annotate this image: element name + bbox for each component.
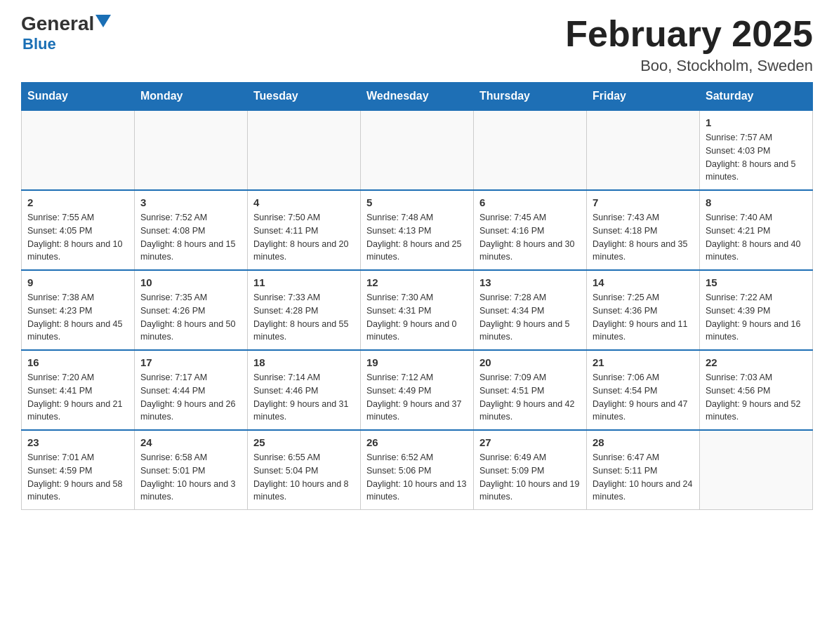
calendar-day-cell: 20Sunrise: 7:09 AM Sunset: 4:51 PM Dayli… (474, 350, 587, 430)
day-number: 25 (253, 436, 355, 448)
calendar-day-cell: 11Sunrise: 7:33 AM Sunset: 4:28 PM Dayli… (248, 270, 361, 350)
day-number: 14 (593, 276, 694, 288)
day-number: 2 (27, 196, 128, 208)
calendar-header-monday: Monday (135, 83, 248, 111)
logo-triangle-icon (95, 15, 111, 27)
day-info: Sunrise: 7:03 AM Sunset: 4:56 PM Dayligh… (706, 371, 807, 424)
day-info: Sunrise: 7:06 AM Sunset: 4:54 PM Dayligh… (593, 371, 694, 424)
calendar-day-cell: 3Sunrise: 7:52 AM Sunset: 4:08 PM Daylig… (135, 190, 248, 270)
day-info: Sunrise: 7:43 AM Sunset: 4:18 PM Dayligh… (593, 211, 694, 264)
day-info: Sunrise: 7:52 AM Sunset: 4:08 PM Dayligh… (140, 211, 241, 264)
day-number: 12 (366, 276, 468, 288)
location-text: Boo, Stockholm, Sweden (565, 57, 813, 75)
calendar-week-row: 9Sunrise: 7:38 AM Sunset: 4:23 PM Daylig… (22, 270, 813, 350)
calendar-header-saturday: Saturday (700, 83, 813, 111)
day-info: Sunrise: 7:33 AM Sunset: 4:28 PM Dayligh… (253, 291, 355, 344)
calendar-header-sunday: Sunday (22, 83, 135, 111)
calendar-day-cell: 6Sunrise: 7:45 AM Sunset: 4:16 PM Daylig… (474, 190, 587, 270)
logo-general-text: General (21, 14, 94, 34)
day-number: 8 (706, 196, 807, 208)
day-number: 13 (479, 276, 581, 288)
day-number: 4 (253, 196, 355, 208)
day-info: Sunrise: 7:09 AM Sunset: 4:51 PM Dayligh… (479, 371, 581, 424)
calendar-day-cell (22, 110, 135, 190)
day-info: Sunrise: 7:14 AM Sunset: 4:46 PM Dayligh… (253, 371, 355, 424)
day-number: 22 (706, 356, 807, 368)
logo-blue-text: Blue (22, 35, 56, 53)
calendar-week-row: 16Sunrise: 7:20 AM Sunset: 4:41 PM Dayli… (22, 350, 813, 430)
svg-marker-0 (95, 15, 111, 27)
day-number: 18 (253, 356, 355, 368)
day-info: Sunrise: 7:57 AM Sunset: 4:03 PM Dayligh… (706, 131, 807, 184)
calendar-day-cell (700, 430, 813, 510)
calendar-day-cell: 12Sunrise: 7:30 AM Sunset: 4:31 PM Dayli… (361, 270, 474, 350)
day-number: 17 (140, 356, 241, 368)
calendar-day-cell: 26Sunrise: 6:52 AM Sunset: 5:06 PM Dayli… (361, 430, 474, 510)
calendar-day-cell: 15Sunrise: 7:22 AM Sunset: 4:39 PM Dayli… (700, 270, 813, 350)
calendar-day-cell: 18Sunrise: 7:14 AM Sunset: 4:46 PM Dayli… (248, 350, 361, 430)
calendar-day-cell: 24Sunrise: 6:58 AM Sunset: 5:01 PM Dayli… (135, 430, 248, 510)
day-info: Sunrise: 7:22 AM Sunset: 4:39 PM Dayligh… (706, 291, 807, 344)
calendar-header-thursday: Thursday (474, 83, 587, 111)
day-number: 23 (27, 436, 128, 448)
day-number: 10 (140, 276, 241, 288)
day-number: 28 (593, 436, 694, 448)
day-number: 24 (140, 436, 241, 448)
day-info: Sunrise: 7:12 AM Sunset: 4:49 PM Dayligh… (366, 371, 468, 424)
calendar-day-cell: 1Sunrise: 7:57 AM Sunset: 4:03 PM Daylig… (700, 110, 813, 190)
calendar-day-cell (248, 110, 361, 190)
calendar-header-friday: Friday (587, 83, 700, 111)
title-block: February 2025 Boo, Stockholm, Sweden (565, 14, 813, 75)
day-info: Sunrise: 7:25 AM Sunset: 4:36 PM Dayligh… (593, 291, 694, 344)
day-info: Sunrise: 6:49 AM Sunset: 5:09 PM Dayligh… (479, 451, 581, 504)
day-number: 11 (253, 276, 355, 288)
day-number: 20 (479, 356, 581, 368)
calendar-day-cell: 19Sunrise: 7:12 AM Sunset: 4:49 PM Dayli… (361, 350, 474, 430)
calendar-day-cell: 2Sunrise: 7:55 AM Sunset: 4:05 PM Daylig… (22, 190, 135, 270)
calendar-day-cell: 8Sunrise: 7:40 AM Sunset: 4:21 PM Daylig… (700, 190, 813, 270)
logo: General Blue (21, 14, 111, 53)
calendar-day-cell: 21Sunrise: 7:06 AM Sunset: 4:54 PM Dayli… (587, 350, 700, 430)
calendar-day-cell: 9Sunrise: 7:38 AM Sunset: 4:23 PM Daylig… (22, 270, 135, 350)
day-number: 1 (706, 116, 807, 128)
day-number: 21 (593, 356, 694, 368)
day-number: 26 (366, 436, 468, 448)
day-info: Sunrise: 6:52 AM Sunset: 5:06 PM Dayligh… (366, 451, 468, 504)
day-info: Sunrise: 7:45 AM Sunset: 4:16 PM Dayligh… (479, 211, 581, 264)
day-info: Sunrise: 7:38 AM Sunset: 4:23 PM Dayligh… (27, 291, 128, 344)
calendar-week-row: 2Sunrise: 7:55 AM Sunset: 4:05 PM Daylig… (22, 190, 813, 270)
day-info: Sunrise: 7:48 AM Sunset: 4:13 PM Dayligh… (366, 211, 468, 264)
calendar-day-cell: 5Sunrise: 7:48 AM Sunset: 4:13 PM Daylig… (361, 190, 474, 270)
calendar-day-cell: 14Sunrise: 7:25 AM Sunset: 4:36 PM Dayli… (587, 270, 700, 350)
calendar-day-cell: 16Sunrise: 7:20 AM Sunset: 4:41 PM Dayli… (22, 350, 135, 430)
calendar-day-cell: 23Sunrise: 7:01 AM Sunset: 4:59 PM Dayli… (22, 430, 135, 510)
day-info: Sunrise: 6:58 AM Sunset: 5:01 PM Dayligh… (140, 451, 241, 504)
day-number: 16 (27, 356, 128, 368)
day-number: 5 (366, 196, 468, 208)
day-info: Sunrise: 7:28 AM Sunset: 4:34 PM Dayligh… (479, 291, 581, 344)
calendar-day-cell: 25Sunrise: 6:55 AM Sunset: 5:04 PM Dayli… (248, 430, 361, 510)
day-info: Sunrise: 7:50 AM Sunset: 4:11 PM Dayligh… (253, 211, 355, 264)
calendar-header-wednesday: Wednesday (361, 83, 474, 111)
day-number: 6 (479, 196, 581, 208)
month-title: February 2025 (565, 14, 813, 54)
calendar-body: 1Sunrise: 7:57 AM Sunset: 4:03 PM Daylig… (22, 110, 813, 510)
calendar-day-cell: 27Sunrise: 6:49 AM Sunset: 5:09 PM Dayli… (474, 430, 587, 510)
day-info: Sunrise: 7:17 AM Sunset: 4:44 PM Dayligh… (140, 371, 241, 424)
day-number: 3 (140, 196, 241, 208)
day-info: Sunrise: 7:40 AM Sunset: 4:21 PM Dayligh… (706, 211, 807, 264)
calendar-header-tuesday: Tuesday (248, 83, 361, 111)
calendar-week-row: 23Sunrise: 7:01 AM Sunset: 4:59 PM Dayli… (22, 430, 813, 510)
calendar-day-cell: 13Sunrise: 7:28 AM Sunset: 4:34 PM Dayli… (474, 270, 587, 350)
calendar-day-cell: 17Sunrise: 7:17 AM Sunset: 4:44 PM Dayli… (135, 350, 248, 430)
day-number: 15 (706, 276, 807, 288)
calendar-day-cell (474, 110, 587, 190)
calendar-day-cell (135, 110, 248, 190)
calendar-day-cell: 4Sunrise: 7:50 AM Sunset: 4:11 PM Daylig… (248, 190, 361, 270)
day-info: Sunrise: 7:55 AM Sunset: 4:05 PM Dayligh… (27, 211, 128, 264)
calendar-day-cell (587, 110, 700, 190)
day-info: Sunrise: 6:47 AM Sunset: 5:11 PM Dayligh… (593, 451, 694, 504)
calendar-day-cell: 28Sunrise: 6:47 AM Sunset: 5:11 PM Dayli… (587, 430, 700, 510)
day-number: 19 (366, 356, 468, 368)
day-info: Sunrise: 7:35 AM Sunset: 4:26 PM Dayligh… (140, 291, 241, 344)
